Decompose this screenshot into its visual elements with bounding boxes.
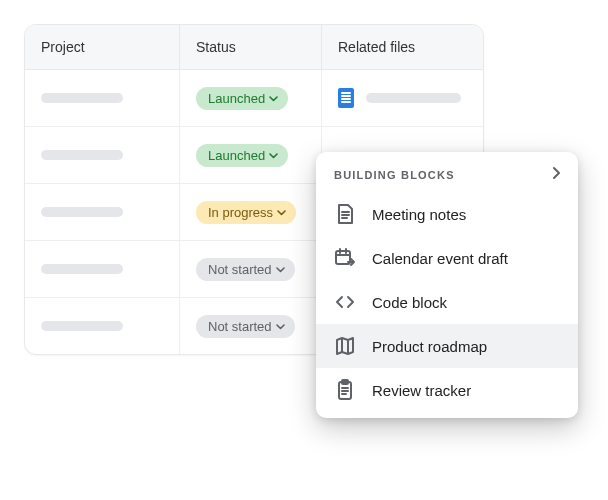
status-pill[interactable]: Launched [196, 144, 288, 167]
menu-item-clipboard[interactable]: Review tracker [316, 368, 578, 412]
col-header-status: Status [180, 25, 322, 69]
menu-item-calendar[interactable]: Calendar event draft [316, 236, 578, 280]
placeholder-text [41, 150, 123, 160]
cell-project [25, 127, 180, 183]
chevron-down-icon [276, 262, 285, 277]
menu-item-label: Meeting notes [372, 206, 466, 223]
calendar-icon [334, 247, 356, 269]
cell-status: In progress [180, 184, 322, 240]
menu-item-label: Code block [372, 294, 447, 311]
placeholder-text [41, 93, 123, 103]
status-label: Launched [208, 91, 265, 106]
chevron-down-icon [277, 205, 286, 220]
map-icon [334, 335, 356, 357]
menu-item-note[interactable]: Meeting notes [316, 192, 578, 236]
placeholder-text [41, 264, 123, 274]
chevron-down-icon [269, 148, 278, 163]
cell-status: Launched [180, 70, 322, 126]
menu-item-code[interactable]: Code block [316, 280, 578, 324]
table-header-row: Project Status Related files [25, 25, 483, 70]
placeholder-text [41, 321, 123, 331]
note-icon [334, 203, 356, 225]
chevron-down-icon [276, 319, 285, 334]
status-pill[interactable]: Not started [196, 258, 295, 281]
chevron-down-icon [269, 91, 278, 106]
status-pill[interactable]: In progress [196, 201, 296, 224]
placeholder-text [41, 207, 123, 217]
status-label: Launched [208, 148, 265, 163]
cell-files [322, 70, 483, 126]
cell-status: Not started [180, 241, 322, 297]
col-header-project: Project [25, 25, 180, 69]
menu-item-label: Product roadmap [372, 338, 487, 355]
status-pill[interactable]: Launched [196, 87, 288, 110]
building-blocks-popup: BUILDING BLOCKS Meeting notesCalendar ev… [316, 152, 578, 418]
placeholder-text [366, 93, 461, 103]
status-pill[interactable]: Not started [196, 315, 295, 338]
menu-item-map[interactable]: Product roadmap [316, 324, 578, 368]
doc-icon [338, 88, 354, 108]
status-label: Not started [208, 262, 272, 277]
popup-title: BUILDING BLOCKS [334, 169, 455, 181]
status-label: Not started [208, 319, 272, 334]
cell-project [25, 184, 180, 240]
col-header-files: Related files [322, 25, 483, 69]
status-label: In progress [208, 205, 273, 220]
cell-project [25, 241, 180, 297]
cell-project [25, 70, 180, 126]
code-icon [334, 291, 356, 313]
table-row: Launched [25, 70, 483, 127]
menu-item-label: Calendar event draft [372, 250, 508, 267]
popup-menu: Meeting notesCalendar event draftCode bl… [316, 192, 578, 418]
cell-status: Launched [180, 127, 322, 183]
clipboard-icon [334, 379, 356, 401]
cell-status: Not started [180, 298, 322, 354]
chevron-right-icon[interactable] [552, 166, 562, 184]
menu-item-label: Review tracker [372, 382, 471, 399]
cell-project [25, 298, 180, 354]
popup-header: BUILDING BLOCKS [316, 152, 578, 192]
